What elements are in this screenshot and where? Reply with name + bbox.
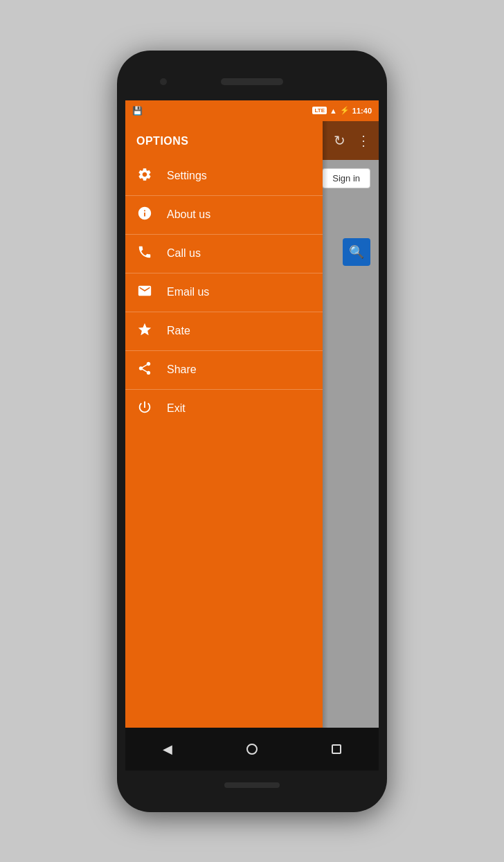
email-label: Email us [167, 286, 209, 298]
time-display: 11:40 [352, 107, 372, 115]
drawer-item-exit[interactable]: Exit [125, 389, 323, 428]
battery-icon: ⚡ [340, 106, 350, 115]
more-icon[interactable]: ⋮ [357, 132, 370, 149]
drawer-item-email[interactable]: Email us [125, 273, 323, 312]
call-label: Call us [167, 247, 201, 260]
back-button[interactable]: ◀ [163, 742, 172, 757]
sd-card-icon: 💾 [132, 106, 143, 116]
share-label: Share [167, 363, 197, 376]
refresh-icon[interactable]: ↻ [334, 132, 345, 149]
rate-label: Rate [167, 325, 190, 337]
info-icon [136, 206, 153, 224]
search-button[interactable]: 🔍 [343, 238, 370, 266]
bottom-speaker [224, 782, 280, 788]
search-icon: 🔍 [349, 244, 364, 260]
phone-top-bezel [125, 63, 379, 100]
star-icon [136, 322, 153, 341]
signin-button[interactable]: Sign in [322, 168, 370, 188]
status-bar: 💾 LTE ▲ ⚡ 11:40 [125, 100, 379, 121]
drawer-item-settings[interactable]: Settings [125, 157, 323, 195]
phone-screen: 💾 LTE ▲ ⚡ 11:40 CHEF ↻ ⋮ ☰ Sign in [125, 100, 379, 728]
wrench-icon [136, 167, 153, 186]
phone-bottom-area [125, 771, 379, 800]
drawer-title: OPTIONS [136, 135, 312, 147]
settings-label: Settings [167, 170, 207, 182]
drawer-item-rate[interactable]: Rate [125, 312, 323, 350]
drawer-item-call[interactable]: Call us [125, 234, 323, 273]
exit-label: Exit [167, 402, 186, 415]
phone-camera [160, 78, 167, 85]
drawer-item-share[interactable]: Share [125, 350, 323, 389]
share-icon [136, 361, 153, 379]
navigation-drawer: OPTIONS Settings [125, 121, 323, 728]
phone-speaker [221, 78, 283, 85]
status-bar-right: LTE ▲ ⚡ 11:40 [312, 106, 372, 115]
drawer-header: OPTIONS [125, 121, 323, 157]
recent-button[interactable] [332, 744, 341, 754]
screen-content: CHEF ↻ ⋮ ☰ Sign in 🔍 OPTIONS [125, 121, 379, 728]
phone-icon [136, 244, 153, 263]
drawer-menu: Settings About us [125, 157, 323, 728]
power-icon [136, 399, 153, 418]
drawer-item-about[interactable]: About us [125, 195, 323, 234]
status-bar-left: 💾 [132, 106, 143, 116]
navigation-bar: ◀ [125, 728, 379, 771]
signal-icon: ▲ [330, 107, 337, 115]
about-label: About us [167, 208, 210, 221]
email-icon [136, 283, 153, 302]
phone-device: 💾 LTE ▲ ⚡ 11:40 CHEF ↻ ⋮ ☰ Sign in [117, 51, 387, 812]
home-button[interactable] [246, 744, 258, 755]
lte-badge: LTE [312, 107, 327, 114]
